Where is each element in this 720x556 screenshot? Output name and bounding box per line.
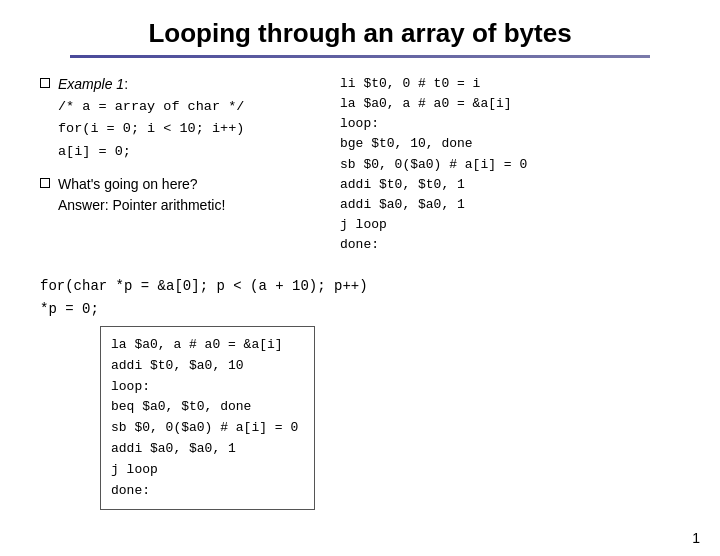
bullet-item-2: What's going on here? Answer: Pointer ar…: [40, 174, 340, 216]
code-for: for(i = 0; i < 10; i++): [58, 121, 244, 136]
bottom-for-line: for(char *p = &a[0]; p < (a + 10); p++): [40, 275, 680, 297]
slide: Looping through an array of bytes Exampl…: [0, 0, 720, 556]
box-line-1: la $a0, a # a0 = &a[i]: [111, 335, 298, 356]
box-line-8: done:: [111, 481, 298, 502]
bullet2-line1: What's going on here?: [58, 176, 198, 192]
code-comment: /* a = array of char */: [58, 99, 244, 114]
box-line-7: j loop: [111, 460, 298, 481]
asm-line-2: la $a0, a # a0 = &a[i]: [340, 94, 680, 114]
asm-line-7: addi $a0, $a0, 1: [340, 195, 680, 215]
asm-line-9: done:: [340, 235, 680, 255]
bullet-icon-1: [40, 78, 50, 88]
box-line-4: beq $a0, $t0, done: [111, 397, 298, 418]
left-column: Example 1: /* a = array of char */ for(i…: [40, 74, 340, 255]
asm-line-4: bge $t0, 10, done: [340, 134, 680, 154]
example-label: Example 1: [58, 76, 124, 92]
bullet-item-1: Example 1: /* a = array of char */ for(i…: [40, 74, 340, 162]
right-column-asm: li $t0, 0 # t0 = i la $a0, a # a0 = &a[i…: [340, 74, 680, 255]
box-line-5: sb $0, 0($a0) # a[i] = 0: [111, 418, 298, 439]
asm-line-8: j loop: [340, 215, 680, 235]
asm-line-5: sb $0, 0($a0) # a[i] = 0: [340, 155, 680, 175]
box-code: la $a0, a # a0 = &a[i] addi $t0, $a0, 10…: [100, 326, 315, 510]
asm-line-3: loop:: [340, 114, 680, 134]
asm-line-6: addi $t0, $t0, 1: [340, 175, 680, 195]
bullet-icon-2: [40, 178, 50, 188]
content-area: Example 1: /* a = array of char */ for(i…: [0, 58, 720, 265]
bottom-section: for(char *p = &a[0]; p < (a + 10); p++) …: [0, 265, 720, 510]
box-line-2: addi $t0, $a0, 10: [111, 356, 298, 377]
example-colon: :: [124, 76, 128, 92]
box-line-6: addi $a0, $a0, 1: [111, 439, 298, 460]
bullet-text-2: What's going on here? Answer: Pointer ar…: [58, 174, 225, 216]
asm-line-1: li $t0, 0 # t0 = i: [340, 74, 680, 94]
slide-title: Looping through an array of bytes: [40, 18, 680, 49]
bottom-assign-line: *p = 0;: [40, 298, 680, 320]
bullet2-line2: Answer: Pointer arithmetic!: [58, 197, 225, 213]
title-area: Looping through an array of bytes: [0, 0, 720, 58]
box-line-3: loop:: [111, 377, 298, 398]
bullet-text-1: Example 1: /* a = array of char */ for(i…: [58, 74, 244, 162]
page-number: 1: [692, 530, 700, 546]
code-assign: a[i] = 0;: [58, 144, 131, 159]
